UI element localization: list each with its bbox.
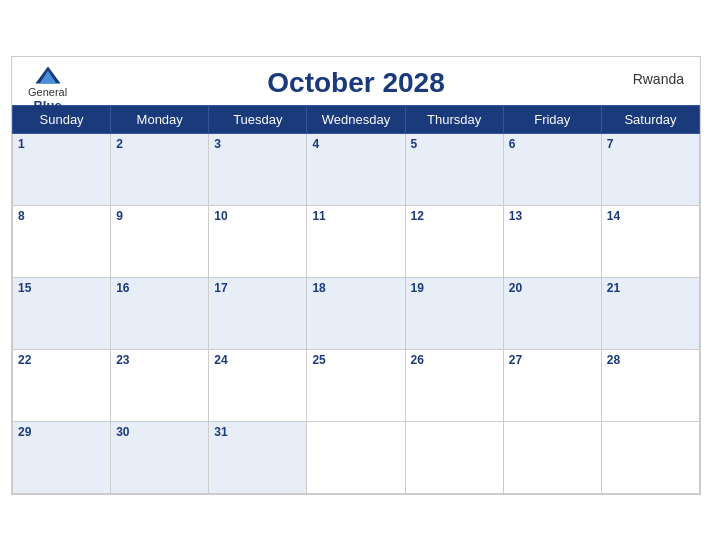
- calendar-week-row: 15161718192021: [13, 277, 700, 349]
- day-number: 2: [116, 137, 123, 151]
- day-number: 28: [607, 353, 620, 367]
- calendar-day-cell: 23: [111, 349, 209, 421]
- calendar-day-cell: 5: [405, 133, 503, 205]
- day-number: 24: [214, 353, 227, 367]
- calendar-day-cell: 21: [601, 277, 699, 349]
- calendar-day-cell: 4: [307, 133, 405, 205]
- day-number: 30: [116, 425, 129, 439]
- calendar-week-row: 891011121314: [13, 205, 700, 277]
- calendar-day-cell: 18: [307, 277, 405, 349]
- calendar-day-cell: 16: [111, 277, 209, 349]
- day-number: 23: [116, 353, 129, 367]
- day-number: 20: [509, 281, 522, 295]
- calendar-day-cell: 15: [13, 277, 111, 349]
- logo-blue-text: Blue: [33, 98, 61, 113]
- logo-area: General Blue: [28, 65, 67, 113]
- calendar-day-cell: 1: [13, 133, 111, 205]
- calendar-day-cell: 12: [405, 205, 503, 277]
- calendar-day-cell: [307, 421, 405, 493]
- calendar-week-row: 1234567: [13, 133, 700, 205]
- day-number: 26: [411, 353, 424, 367]
- calendar-day-cell: 31: [209, 421, 307, 493]
- calendar-day-cell: 25: [307, 349, 405, 421]
- header-tuesday: Tuesday: [209, 105, 307, 133]
- calendar-container: General Blue October 2028 Rwanda Sunday …: [11, 56, 701, 495]
- calendar-day-cell: 8: [13, 205, 111, 277]
- day-number: 17: [214, 281, 227, 295]
- calendar-week-row: 22232425262728: [13, 349, 700, 421]
- day-number: 11: [312, 209, 325, 223]
- day-number: 25: [312, 353, 325, 367]
- day-number: 7: [607, 137, 614, 151]
- day-number: 4: [312, 137, 319, 151]
- header-thursday: Thursday: [405, 105, 503, 133]
- calendar-day-cell: [405, 421, 503, 493]
- calendar-day-cell: 14: [601, 205, 699, 277]
- calendar-day-cell: 20: [503, 277, 601, 349]
- day-number: 29: [18, 425, 31, 439]
- calendar-day-cell: 28: [601, 349, 699, 421]
- header-monday: Monday: [111, 105, 209, 133]
- calendar-day-cell: 11: [307, 205, 405, 277]
- calendar-day-cell: [503, 421, 601, 493]
- calendar-day-cell: 13: [503, 205, 601, 277]
- day-number: 6: [509, 137, 516, 151]
- header-wednesday: Wednesday: [307, 105, 405, 133]
- calendar-day-cell: [601, 421, 699, 493]
- calendar-title: October 2028: [267, 67, 444, 99]
- header-saturday: Saturday: [601, 105, 699, 133]
- calendar-day-cell: 30: [111, 421, 209, 493]
- calendar-day-cell: 3: [209, 133, 307, 205]
- day-number: 5: [411, 137, 418, 151]
- calendar-day-cell: 7: [601, 133, 699, 205]
- calendar-day-cell: 27: [503, 349, 601, 421]
- calendar-day-cell: 9: [111, 205, 209, 277]
- calendar-day-cell: 24: [209, 349, 307, 421]
- calendar-grid: Sunday Monday Tuesday Wednesday Thursday…: [12, 105, 700, 494]
- day-number: 18: [312, 281, 325, 295]
- day-number: 3: [214, 137, 221, 151]
- calendar-header: General Blue October 2028 Rwanda: [12, 57, 700, 105]
- day-number: 31: [214, 425, 227, 439]
- weekday-header-row: Sunday Monday Tuesday Wednesday Thursday…: [13, 105, 700, 133]
- day-number: 16: [116, 281, 129, 295]
- day-number: 9: [116, 209, 123, 223]
- day-number: 15: [18, 281, 31, 295]
- calendar-day-cell: 29: [13, 421, 111, 493]
- day-number: 1: [18, 137, 25, 151]
- calendar-day-cell: 26: [405, 349, 503, 421]
- day-number: 21: [607, 281, 620, 295]
- calendar-day-cell: 6: [503, 133, 601, 205]
- day-number: 10: [214, 209, 227, 223]
- calendar-day-cell: 10: [209, 205, 307, 277]
- country-label: Rwanda: [633, 71, 684, 87]
- calendar-day-cell: 19: [405, 277, 503, 349]
- day-number: 12: [411, 209, 424, 223]
- day-number: 22: [18, 353, 31, 367]
- day-number: 14: [607, 209, 620, 223]
- day-number: 8: [18, 209, 25, 223]
- calendar-day-cell: 2: [111, 133, 209, 205]
- day-number: 13: [509, 209, 522, 223]
- day-number: 27: [509, 353, 522, 367]
- calendar-day-cell: 22: [13, 349, 111, 421]
- day-number: 19: [411, 281, 424, 295]
- calendar-week-row: 293031: [13, 421, 700, 493]
- header-friday: Friday: [503, 105, 601, 133]
- calendar-day-cell: 17: [209, 277, 307, 349]
- logo-icon: [34, 65, 62, 85]
- logo-general-text: General: [28, 86, 67, 98]
